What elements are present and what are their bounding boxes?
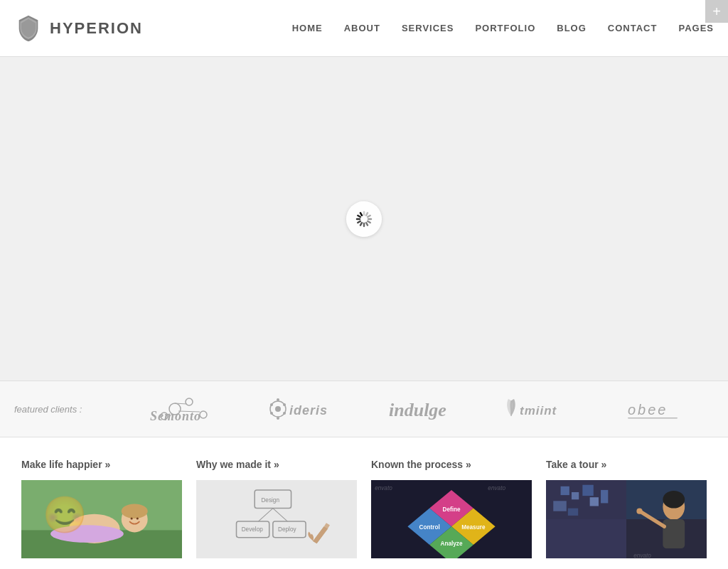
svg-rect-71 [601,490,608,503]
logo-area: HYPERION [14,14,143,43]
grid-title-2: Why we made it » [196,459,357,470]
client-semonto: Semonto [146,395,232,423]
svg-point-22 [277,398,279,401]
nav-portfolio[interactable]: PORTFOLIO [475,23,535,33]
grid-link-4[interactable]: Take a tour » [546,459,606,470]
svg-text:envato: envato [633,553,651,558]
nav-about[interactable]: ABOUT [344,23,380,33]
grid-title-3: Known the process » [371,459,532,470]
nav-home[interactable]: HOME [292,23,323,33]
svg-line-7 [360,223,362,225]
svg-text:Control: Control [419,524,440,531]
logo-text: HYPERION [50,19,143,38]
thumb-3-image: Define Measure Control Analyze envato en… [371,480,532,558]
client-obee: obee [624,395,695,423]
client-indulge: indulge [385,395,464,423]
nav-blog[interactable]: BLOG [557,23,587,33]
indulge-logo: indulge [385,395,464,423]
svg-rect-42 [196,480,357,558]
svg-text:ideris: ideris [289,403,328,418]
thumb-2-image: Design Develop Deploy [196,480,357,558]
svg-line-10 [358,216,360,217]
svg-point-25 [270,412,273,415]
svg-text:Deploy: Deploy [278,526,296,533]
svg-text:Define: Define [442,506,461,513]
svg-point-39 [50,525,124,543]
ideris-logo: ideris [269,395,348,423]
main-nav: HOME ABOUT SERVICES PORTFOLIO BLOG CONTA… [292,23,714,33]
tmiint-logo: tmiint [501,395,587,423]
svg-point-41 [136,517,139,519]
svg-line-5 [366,223,368,225]
svg-point-24 [270,403,273,406]
svg-point-27 [283,412,286,415]
svg-rect-75 [663,519,685,548]
grid-thumb-3: Define Measure Control Analyze envato en… [371,480,532,558]
svg-line-4 [368,221,370,223]
grid-title-1: Make life happier » [21,459,182,470]
hero-section [0,57,728,381]
svg-line-11 [360,213,362,215]
grid-link-1[interactable]: Make life happier » [21,459,110,470]
svg-rect-72 [568,509,578,516]
svg-rect-68 [582,485,593,496]
svg-line-8 [358,221,360,223]
grid-thumb-1 [21,480,182,558]
header: HYPERION HOME ABOUT SERVICES PORTFOLIO B… [0,0,728,57]
grid-item-2: Why we made it » Design Develop Deploy [189,459,364,569]
bottom-grid: Make life happier » [0,437,728,569]
grid-item-3: Known the process » Define Measure Contr… [364,459,539,569]
client-ideris: ideris [269,395,348,423]
svg-text:Semonto: Semonto [150,409,201,423]
loading-spinner [346,201,382,237]
svg-line-1 [366,213,368,215]
svg-text:envato: envato [488,485,505,491]
svg-rect-64 [546,519,626,558]
svg-rect-69 [553,501,566,511]
thumb-4-image: envato [546,480,707,558]
grid-thumb-2: Design Develop Deploy [196,480,357,558]
svg-text:Design: Design [261,497,279,504]
svg-text:envato: envato [375,485,392,491]
grid-link-2[interactable]: Why we made it » [196,459,279,470]
semonto-logo: Semonto [146,395,232,423]
shield-icon [14,14,43,43]
grid-thumb-4: envato [546,480,707,558]
svg-point-74 [663,491,685,509]
obee-logo: obee [624,395,695,423]
svg-line-2 [368,216,370,217]
svg-point-21 [275,406,281,412]
svg-rect-33 [628,418,678,419]
clients-label: featured clients : [14,404,128,415]
svg-point-40 [131,517,133,519]
svg-text:Analyze: Analyze [440,541,462,547]
nav-contact[interactable]: CONTACT [608,23,658,33]
nav-services[interactable]: SERVICES [402,23,454,33]
grid-link-3[interactable]: Known the process » [371,459,471,470]
svg-text:indulge: indulge [389,400,446,420]
plus-button[interactable]: + [705,0,728,23]
spinner-icon [353,208,375,230]
grid-title-4: Take a tour » [546,459,707,470]
thumb-1-image [21,480,182,558]
svg-rect-70 [590,497,599,506]
grid-item-4: Take a tour » [539,459,714,569]
svg-text:Develop: Develop [242,526,264,533]
svg-text:Measure: Measure [461,524,486,531]
svg-text:obee: obee [628,402,668,418]
svg-point-13 [186,398,193,405]
client-tmiint: tmiint [501,395,587,423]
svg-text:tmiint: tmiint [520,404,557,418]
svg-rect-67 [572,492,579,499]
grid-item-1: Make life happier » [14,459,189,569]
clients-logos: Semonto ideris indulge [128,395,714,423]
svg-point-77 [636,509,642,514]
nav-pages[interactable]: PAGES [678,23,714,33]
svg-point-23 [277,417,279,420]
svg-rect-66 [561,486,569,495]
clients-bar: featured clients : Semonto [0,381,728,437]
svg-point-38 [122,504,148,519]
svg-point-26 [283,403,286,406]
